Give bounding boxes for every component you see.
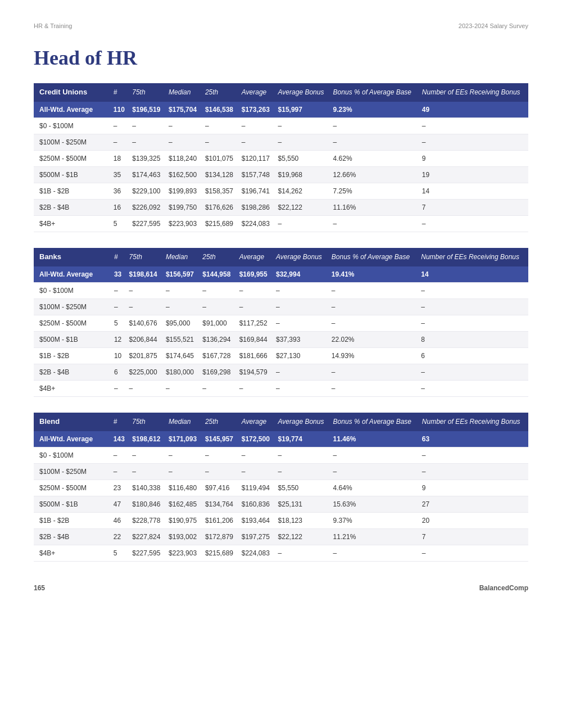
cell-3-6: 12.66% — [330, 166, 419, 183]
highlight-label: All-Wtd. Average — [34, 102, 110, 118]
cell-6-2: $223,903 — [165, 545, 202, 561]
cell-1-0: – — [110, 134, 129, 150]
cell-6-5: – — [275, 545, 330, 561]
highlight-cell-4: $173,263 — [238, 102, 275, 118]
row-label: $250M - $500M — [34, 150, 110, 166]
table-row: $2B - $4B16$226,092$199,750$176,626$198,… — [34, 199, 528, 215]
cell-1-3: – — [199, 299, 235, 315]
highlight-cell-0: 33 — [111, 266, 126, 283]
cell-1-3: – — [202, 463, 238, 480]
cell-4-3: $167,728 — [199, 347, 235, 364]
cell-5-3: $176,626 — [202, 199, 238, 215]
col-header-4: 25th — [202, 83, 238, 102]
cell-4-2: $199,893 — [165, 183, 202, 199]
section-credit-unions: Credit Unions#75thMedian25thAverageAvera… — [34, 83, 528, 232]
cell-5-2: $193,002 — [165, 528, 202, 545]
col-header-5: Average — [238, 83, 275, 102]
cell-0-5: – — [275, 447, 330, 463]
cell-4-5: $27,130 — [273, 347, 328, 364]
col-header-4: 25th — [199, 248, 235, 266]
cell-4-4: $181,666 — [236, 347, 273, 364]
cell-3-7: 27 — [419, 496, 528, 512]
highlight-row: All-Wtd. Average110$196,519$175,704$146,… — [34, 102, 528, 118]
table-row: $0 - $100M–––––––– — [34, 447, 528, 463]
cell-3-0: 12 — [111, 331, 126, 347]
cell-6-3: $215,689 — [202, 215, 238, 232]
cell-3-4: $169,844 — [236, 331, 273, 347]
table-row: $4B+–––––––– — [34, 380, 528, 396]
cell-4-0: 46 — [110, 512, 129, 528]
row-label: $500M - $1B — [34, 496, 110, 512]
table-row: $500M - $1B47$180,846$162,485$134,764$16… — [34, 496, 528, 512]
table-row: $1B - $2B46$228,778$190,975$161,206$193,… — [34, 512, 528, 528]
highlight-cell-4: $172,500 — [238, 431, 275, 447]
cell-2-1: $139,325 — [129, 150, 165, 166]
cell-0-7: – — [418, 282, 528, 299]
cell-2-5: – — [273, 315, 328, 331]
col-header-8: Number of EEs Receiving Bonus — [419, 413, 528, 431]
cell-4-6: 7.25% — [330, 183, 419, 199]
cell-3-7: 8 — [418, 331, 528, 347]
highlight-cell-7: 63 — [419, 431, 528, 447]
cell-2-0: 18 — [110, 150, 129, 166]
row-label: $1B - $2B — [34, 347, 111, 364]
cell-3-0: 47 — [110, 496, 129, 512]
cell-3-4: $157,748 — [238, 166, 275, 183]
cell-0-1: – — [129, 117, 165, 134]
row-label: $500M - $1B — [34, 166, 110, 183]
cell-3-2: $162,500 — [165, 166, 202, 183]
highlight-cell-1: $198,614 — [126, 266, 162, 283]
col-header-0: Blend — [34, 413, 110, 431]
cell-6-0: 5 — [110, 215, 129, 232]
cell-1-7: – — [419, 134, 528, 150]
cell-4-7: 6 — [418, 347, 528, 364]
cell-5-2: $180,000 — [162, 364, 199, 380]
col-header-1: # — [111, 248, 126, 266]
col-header-3: Median — [162, 248, 199, 266]
table-credit-unions: Credit Unions#75thMedian25thAverageAvera… — [34, 83, 528, 232]
cell-6-6: – — [328, 380, 418, 396]
cell-5-1: $227,824 — [129, 528, 165, 545]
cell-5-5: $22,122 — [275, 528, 330, 545]
table-row: $500M - $1B35$174,463$162,500$134,128$15… — [34, 166, 528, 183]
table-row: $250M - $500M18$139,325$118,240$101,075$… — [34, 150, 528, 166]
cell-3-2: $155,521 — [162, 331, 199, 347]
cell-0-3: – — [202, 447, 238, 463]
cell-1-2: – — [165, 134, 202, 150]
cell-4-7: 14 — [419, 183, 528, 199]
cell-1-7: – — [419, 463, 528, 480]
cell-5-1: $226,092 — [129, 199, 165, 215]
col-header-8: Number of EEs Receiving Bonus — [418, 248, 528, 266]
cell-2-6: 4.62% — [330, 150, 419, 166]
cell-1-6: – — [330, 463, 419, 480]
col-header-6: Average Bonus — [275, 83, 330, 102]
row-label: $100M - $250M — [34, 463, 110, 480]
cell-2-6: – — [328, 315, 418, 331]
cell-3-5: $37,393 — [273, 331, 328, 347]
col-header-8: Number of EEs Receiving Bonus — [419, 83, 528, 102]
col-header-3: Median — [165, 413, 202, 431]
table-row: $250M - $500M5$140,676$95,000$91,000$117… — [34, 315, 528, 331]
cell-2-4: $120,117 — [238, 150, 275, 166]
cell-6-2: – — [162, 380, 199, 396]
cell-5-5: $22,122 — [275, 199, 330, 215]
cell-2-7: – — [418, 315, 528, 331]
table-row: $2B - $4B22$227,824$193,002$172,879$197,… — [34, 528, 528, 545]
cell-1-6: – — [330, 134, 419, 150]
table-row: $0 - $100M–––––––– — [34, 117, 528, 134]
cell-0-6: – — [328, 282, 418, 299]
cell-2-6: 4.64% — [330, 480, 419, 496]
cell-4-4: $196,741 — [238, 183, 275, 199]
cell-0-1: – — [129, 447, 165, 463]
cell-6-6: – — [330, 215, 419, 232]
cell-6-1: $227,595 — [129, 215, 165, 232]
cell-2-0: 5 — [111, 315, 126, 331]
cell-0-5: – — [273, 282, 328, 299]
cell-1-2: – — [165, 463, 202, 480]
cell-4-1: $201,875 — [126, 347, 162, 364]
cell-2-0: 23 — [110, 480, 129, 496]
cell-5-2: $199,750 — [165, 199, 202, 215]
table-row: $100M - $250M–––––––– — [34, 463, 528, 480]
cell-6-7: – — [419, 545, 528, 561]
cell-5-1: $225,000 — [126, 364, 162, 380]
